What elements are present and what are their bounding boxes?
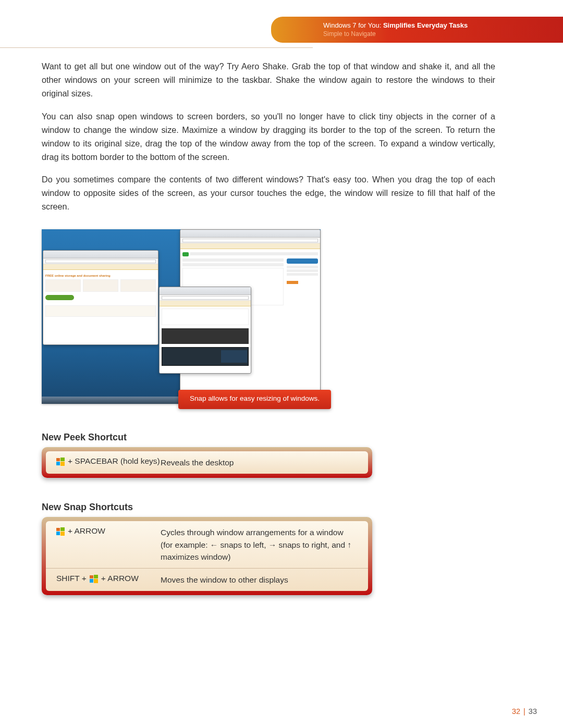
figure-caption: Snap allows for easy resizing of windows… bbox=[178, 390, 331, 409]
screenshot-window-left: FREE online storage and document sharing bbox=[43, 250, 158, 345]
svg-rect-4 bbox=[56, 528, 60, 531]
page-number-right: 33 bbox=[529, 707, 537, 715]
svg-rect-6 bbox=[56, 532, 60, 535]
windows-key-icon bbox=[56, 527, 65, 536]
svg-rect-9 bbox=[94, 575, 98, 578]
shortcut-key-text: SHIFT + bbox=[56, 574, 87, 583]
svg-rect-5 bbox=[60, 527, 65, 531]
page-number-sep: | bbox=[523, 707, 525, 715]
page: Windows 7 for You: Simplifies Everyday T… bbox=[0, 0, 563, 728]
screenshot-window-middle bbox=[159, 287, 251, 374]
snap-screenshot: FREE online storage and document sharing bbox=[42, 229, 321, 404]
figure-caption-text: Snap allows for easy resizing of windows… bbox=[190, 394, 320, 402]
svg-rect-11 bbox=[94, 579, 98, 583]
svg-rect-8 bbox=[90, 575, 93, 578]
page-number: 32|33 bbox=[512, 707, 537, 715]
shortcut-key-text: + ARROW bbox=[101, 574, 139, 583]
body-paragraph: Do you sometimes compare the contents of… bbox=[42, 173, 495, 214]
shortcut-description: Cycles through window arrangements for a… bbox=[161, 526, 358, 563]
chapter-name: Simplifies Everyday Tasks bbox=[383, 21, 468, 29]
screenshot-figure: FREE online storage and document sharing bbox=[42, 229, 321, 404]
windows-key-icon bbox=[56, 458, 65, 466]
shortcut-row: + SPACEBAR (hold keys) Reveals the deskt… bbox=[46, 451, 368, 474]
svg-rect-2 bbox=[56, 462, 60, 465]
header-title-line: Windows 7 for You: Simplifies Everyday T… bbox=[323, 21, 563, 30]
svg-rect-3 bbox=[60, 462, 65, 466]
shortcut-row: + ARROW Cycles through window arrangemen… bbox=[46, 521, 368, 568]
body-paragraph: You can also snap open windows to screen… bbox=[42, 110, 495, 164]
svg-rect-1 bbox=[60, 458, 65, 461]
svg-rect-0 bbox=[56, 458, 60, 461]
shortcut-key-text: + SPACEBAR (hold keys) bbox=[68, 456, 160, 466]
content-area: Want to get all but one window out of th… bbox=[42, 60, 495, 595]
shortcut-keys: SHIFT + + ARROW bbox=[56, 574, 161, 586]
section-title-peek: New Peek Shortcut bbox=[42, 432, 495, 443]
snap-shortcut-table: + ARROW Cycles through window arrangemen… bbox=[42, 517, 372, 595]
section-title-snap: New Snap Shortcuts bbox=[42, 502, 495, 513]
shortcut-keys: + SPACEBAR (hold keys) bbox=[56, 456, 161, 468]
shortcut-row: SHIFT + + ARROW Moves the window to othe… bbox=[46, 568, 368, 591]
book-prefix: Windows 7 for You: bbox=[323, 21, 383, 29]
subchapter-name: Simple to Navigate bbox=[323, 30, 563, 39]
chapter-header: Windows 7 for You: Simplifies Everyday T… bbox=[271, 17, 563, 43]
shortcut-description: Reveals the desktop bbox=[161, 456, 358, 468]
header-divider bbox=[0, 47, 313, 48]
page-number-left: 32 bbox=[512, 707, 520, 715]
shortcut-key-text: + ARROW bbox=[68, 526, 105, 536]
body-paragraph: Want to get all but one window out of th… bbox=[42, 60, 495, 101]
windows-key-icon bbox=[90, 575, 98, 583]
shortcut-description: Moves the window to other displays bbox=[161, 574, 358, 586]
svg-rect-10 bbox=[90, 579, 93, 583]
svg-rect-7 bbox=[60, 532, 65, 536]
shortcut-keys: + ARROW bbox=[56, 526, 161, 563]
peek-shortcut-table: + SPACEBAR (hold keys) Reveals the deskt… bbox=[42, 447, 372, 478]
